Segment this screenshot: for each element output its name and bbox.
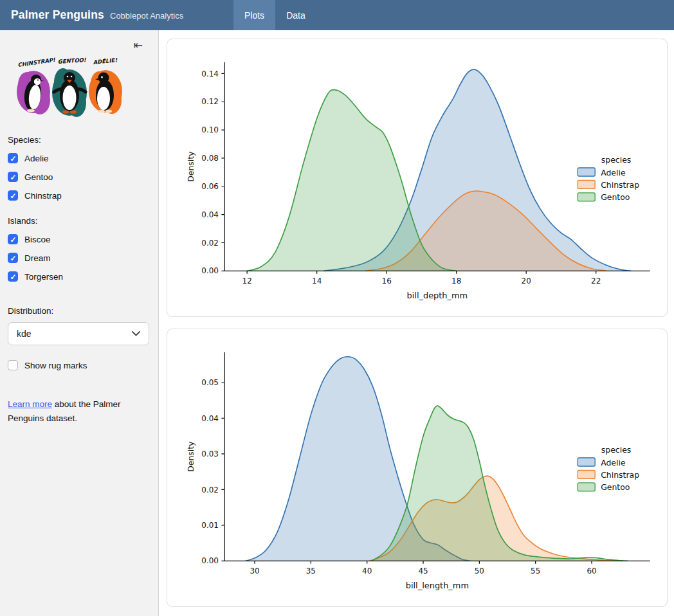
- svg-text:0.12: 0.12: [201, 97, 219, 106]
- svg-text:0.06: 0.06: [201, 182, 219, 191]
- svg-text:Density: Density: [186, 151, 196, 181]
- svg-text:Gentoo: Gentoo: [601, 482, 630, 492]
- svg-text:18: 18: [451, 276, 461, 285]
- nav-tabs: Plots Data: [233, 0, 316, 30]
- svg-text:14: 14: [312, 276, 322, 285]
- app-header: Palmer Penguins Cobblepot Analytics Plot…: [0, 0, 674, 30]
- artwork-label-adelie: ADÉLIE!: [93, 57, 118, 66]
- app-brand: Palmer Penguins Cobblepot Analytics: [0, 8, 183, 22]
- svg-text:Chinstrap: Chinstrap: [601, 470, 639, 480]
- penguin-artwork: CHINSTRAP! GENTOO! ADÉLIE!: [9, 57, 123, 118]
- distribution-label: Distribution:: [8, 306, 150, 316]
- checkbox-label-biscoe: Biscoe: [24, 235, 51, 244]
- svg-text:Gentoo: Gentoo: [601, 192, 630, 202]
- checkbox-label-gentoo: Gentoo: [24, 172, 53, 182]
- adelie-illustration: [89, 70, 122, 114]
- checkbox-row-dream[interactable]: Dream: [8, 253, 150, 263]
- svg-text:Adelie: Adelie: [601, 458, 625, 467]
- app-subtitle: Cobblepot Analytics: [110, 11, 183, 21]
- svg-text:35: 35: [306, 566, 316, 575]
- svg-text:0.03: 0.03: [201, 449, 219, 458]
- svg-text:0.02: 0.02: [201, 239, 219, 248]
- checkbox-row-adelie[interactable]: Adelie: [8, 153, 150, 163]
- svg-text:50: 50: [475, 566, 484, 575]
- svg-text:45: 45: [418, 566, 428, 575]
- svg-text:0.04: 0.04: [201, 210, 219, 219]
- svg-text:species: species: [601, 445, 631, 455]
- distribution-select[interactable]: kde: [8, 322, 149, 345]
- svg-text:16: 16: [382, 276, 392, 285]
- svg-text:30: 30: [250, 566, 259, 575]
- svg-text:Adelie: Adelie: [601, 168, 625, 177]
- checkbox-row-biscoe[interactable]: Biscoe: [8, 234, 150, 244]
- rug-marks-row[interactable]: Show rug marks: [8, 360, 150, 370]
- checkbox-gentoo[interactable]: [8, 172, 18, 182]
- svg-text:0.01: 0.01: [201, 521, 219, 530]
- svg-text:0.04: 0.04: [201, 414, 219, 423]
- svg-text:bill_depth_mm: bill_depth_mm: [407, 291, 468, 300]
- checkbox-row-chinstrap[interactable]: Chinstrap: [8, 190, 150, 201]
- chart-card-bill-depth: 1214161820220.000.020.040.060.080.100.12…: [167, 39, 668, 317]
- species-label: Species:: [8, 135, 150, 145]
- svg-text:0.02: 0.02: [201, 485, 219, 494]
- checkbox-label-adelie: Adelie: [24, 154, 49, 163]
- svg-text:55: 55: [531, 566, 540, 575]
- distribution-select-value: kde: [17, 329, 32, 339]
- checkbox-adelie[interactable]: [8, 153, 18, 163]
- svg-text:0.00: 0.00: [201, 557, 219, 566]
- sidebar-collapse-icon[interactable]: ⇤: [134, 40, 143, 51]
- checkbox-biscoe[interactable]: [8, 234, 18, 244]
- checkbox-row-gentoo[interactable]: Gentoo: [8, 172, 150, 182]
- islands-label: Islands:: [8, 216, 150, 226]
- kde-chart-bill-length: 303540455055600.000.010.020.030.040.05bi…: [167, 329, 667, 606]
- checkbox-label-torgersen: Torgersen: [24, 272, 63, 282]
- checkbox-torgersen[interactable]: [8, 271, 18, 282]
- app-title: Palmer Penguins: [11, 8, 104, 22]
- svg-text:Density: Density: [186, 441, 196, 471]
- svg-text:0.08: 0.08: [201, 154, 219, 163]
- chart-card-bill-length: 303540455055600.000.010.020.030.040.05bi…: [167, 329, 668, 607]
- checkbox-chinstrap[interactable]: [8, 190, 18, 201]
- svg-text:60: 60: [587, 566, 596, 575]
- svg-text:species: species: [601, 155, 631, 165]
- checkbox-row-torgersen[interactable]: Torgersen: [8, 271, 150, 282]
- svg-text:0.00: 0.00: [201, 267, 219, 276]
- svg-text:12: 12: [242, 276, 252, 285]
- checkbox-label-dream: Dream: [24, 253, 51, 263]
- sidebar-footer: Learn more about the Palmer Penguins dat…: [8, 397, 134, 425]
- main-content: 1214161820220.000.020.040.060.080.100.12…: [159, 30, 674, 616]
- artwork-label-chinstrap: CHINSTRAP!: [17, 57, 57, 68]
- checkbox-label-chinstrap: Chinstrap: [24, 191, 62, 201]
- checkbox-rug-marks[interactable]: [8, 360, 18, 370]
- tab-data[interactable]: Data: [275, 0, 316, 30]
- svg-text:0.10: 0.10: [201, 125, 219, 134]
- kde-chart-bill-depth: 1214161820220.000.020.040.060.080.100.12…: [167, 39, 667, 316]
- svg-text:0.05: 0.05: [201, 378, 219, 387]
- chevron-down-icon: [132, 331, 140, 336]
- chinstrap-illustration: [17, 71, 50, 114]
- svg-text:Chinstrap: Chinstrap: [601, 180, 639, 190]
- svg-text:22: 22: [591, 276, 601, 285]
- learn-more-link[interactable]: Learn more: [8, 399, 52, 409]
- gentoo-illustration: [52, 68, 87, 117]
- rug-marks-label: Show rug marks: [24, 361, 87, 370]
- svg-text:40: 40: [362, 566, 372, 575]
- svg-text:bill_length_mm: bill_length_mm: [406, 581, 469, 590]
- artwork-label-gentoo: GENTOO!: [57, 57, 87, 65]
- svg-text:20: 20: [522, 276, 531, 285]
- checkbox-dream[interactable]: [8, 253, 18, 263]
- tab-plots[interactable]: Plots: [233, 0, 275, 30]
- sidebar: ⇤: [0, 30, 159, 616]
- svg-text:0.14: 0.14: [201, 69, 219, 78]
